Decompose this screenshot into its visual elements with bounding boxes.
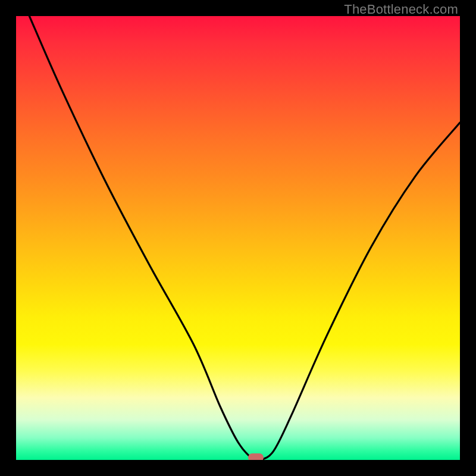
optimal-point-marker: [248, 453, 264, 460]
plot-area: [16, 16, 460, 460]
bottleneck-curve: [16, 16, 460, 460]
watermark-text: TheBottleneck.com: [344, 2, 458, 17]
chart-frame: TheBottleneck.com: [0, 0, 476, 476]
